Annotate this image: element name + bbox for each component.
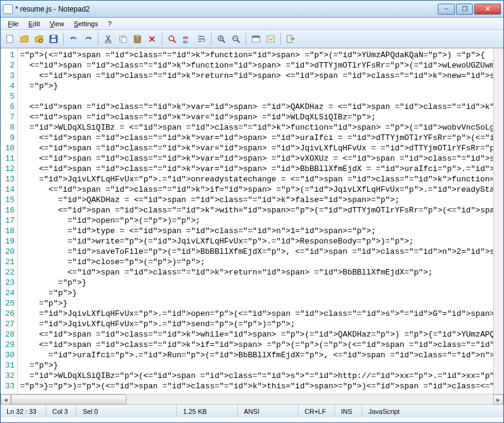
code-line[interactable]: ="id">QAKDHaz = <="id">span ="id">class=…: [20, 195, 493, 205]
status-position: Ln 32 : 33: [1, 405, 46, 418]
close-button[interactable]: ✕: [474, 4, 501, 15]
menubar: File Edit View Settings ?: [1, 18, 503, 30]
separator: [162, 33, 162, 45]
menu-settings[interactable]: Settings: [69, 19, 103, 29]
exit-icon[interactable]: [284, 32, 297, 46]
separator: [63, 33, 64, 45]
minimize-button[interactable]: –: [438, 4, 455, 15]
svg-rect-4: [51, 39, 56, 42]
scroll-left-button[interactable]: ◄: [1, 394, 11, 405]
code-line[interactable]: ="p">}: [20, 360, 493, 371]
zoomout-icon[interactable]: [229, 32, 243, 46]
status-eol: CR+LF: [299, 405, 335, 418]
separator: [211, 33, 212, 45]
scheme-icon[interactable]: [249, 32, 263, 46]
code-line[interactable]: [20, 91, 493, 102]
status-language: JavaScript: [362, 405, 406, 418]
copy-icon[interactable]: [116, 32, 129, 46]
svg-point-11: [169, 36, 174, 41]
code-line[interactable]: ="id">uraIfci="p">.="id">Run="p">(="id">…: [20, 350, 493, 360]
code-line[interactable]: ="p">}: [20, 81, 493, 91]
statusbar: Ln 32 : 33 Col 3 Sel 0 1.25 KB ANSI CR+L…: [1, 404, 503, 418]
svg-text:ab: ab: [183, 35, 188, 40]
new-icon[interactable]: [3, 32, 16, 46]
code-line[interactable]: <="id">span ="id">class="="id">k">if="id…: [20, 184, 493, 195]
code-line[interactable]: <="id">span ="id">class="="id">k">while=…: [20, 329, 493, 340]
code-line[interactable]: ="p">}: [20, 288, 493, 298]
code-line[interactable]: ="p">(<="id">span ="id">class="="id">k">…: [20, 50, 493, 60]
replace-icon[interactable]: abac: [180, 32, 193, 46]
toolbar: abac: [1, 30, 503, 48]
code-line[interactable]: <="id">span ="id">class="="id">k">var="i…: [20, 143, 493, 153]
separator: [280, 33, 281, 45]
titlebar[interactable]: * resume.js - Notepad2 – ❐ ✕: [1, 1, 503, 18]
redo-icon[interactable]: [81, 32, 95, 46]
code-line[interactable]: ="id">close="p">(="p">)="p">;: [20, 257, 493, 267]
status-size: 1.25 KB: [177, 405, 238, 418]
separator: [246, 33, 246, 45]
browse-icon[interactable]: [32, 32, 46, 46]
menu-help[interactable]: ?: [103, 19, 116, 29]
editor: 1234567891011121314151617181920212223242…: [1, 48, 503, 394]
zoomin-icon[interactable]: [215, 32, 228, 46]
vertical-scrollbar[interactable]: [493, 49, 503, 394]
code-line[interactable]: ="p">}: [20, 298, 493, 309]
code-line[interactable]: <="id">span ="id">class="="id">k">var="i…: [20, 112, 493, 122]
find-icon[interactable]: [165, 32, 179, 46]
wrap-icon[interactable]: [195, 32, 208, 46]
separator: [98, 33, 98, 45]
code-area[interactable]: ="p">(<="id">span ="id">class="="id">k">…: [18, 49, 493, 394]
code-line[interactable]: ="id">open="p">(="p">)="p">;: [20, 215, 493, 226]
code-line[interactable]: <="id">span ="id">class="="id">k">var="i…: [20, 133, 493, 143]
code-line[interactable]: <="id">span ="id">class="="id">k">functi…: [20, 60, 493, 71]
status-selection: Sel 0: [77, 405, 177, 418]
svg-text:ac: ac: [183, 40, 188, 44]
horizontal-scrollbar[interactable]: ◄ ►: [1, 394, 503, 404]
delete-icon[interactable]: [145, 32, 159, 46]
code-line[interactable]: <="id">span ="id">class="="id">k">var="i…: [20, 164, 493, 174]
code-line[interactable]: ="id">write="p">(="id">JqivLXfLqHFvUx="p…: [20, 236, 493, 246]
code-line[interactable]: ="p">}="p">)="p">(<="id">span ="id">clas…: [20, 381, 493, 391]
line-number-gutter: 1234567891011121314151617181920212223242…: [1, 49, 18, 394]
status-encoding: ANSI: [238, 405, 299, 418]
open-icon[interactable]: [18, 32, 31, 46]
code-line[interactable]: <="id">span ="id">class="="id">k">return…: [20, 71, 493, 81]
app-icon: [3, 4, 13, 14]
code-line[interactable]: <="id">span ="id">class="="id">k">var="i…: [20, 153, 493, 164]
window-buttons: – ❐ ✕: [438, 4, 501, 15]
cut-icon[interactable]: [102, 32, 115, 46]
svg-rect-10: [136, 35, 139, 37]
status-mode: INS: [335, 405, 362, 418]
code-line[interactable]: ="id">WLDqXLSiQIBz = <="id">span ="id">c…: [20, 122, 493, 133]
code-line[interactable]: <="id">span ="id">class="="id">k">with="…: [20, 205, 493, 215]
svg-rect-8: [122, 37, 126, 43]
code-line[interactable]: ="id">JqivLXfLqHFvUx="p">.="id">onreadys…: [20, 174, 493, 184]
maximize-button[interactable]: ❐: [456, 4, 473, 15]
menu-edit[interactable]: Edit: [24, 19, 45, 29]
code-line[interactable]: ="id">WLDqXLSiQIBz="p">(<="id">span ="id…: [20, 371, 493, 381]
window-title: * resume.js - Notepad2: [15, 5, 438, 13]
svg-rect-3: [52, 35, 55, 38]
code-line[interactable]: <="id">span ="id">class="="id">k">if="id…: [20, 340, 493, 350]
svg-rect-18: [267, 36, 274, 42]
menu-file[interactable]: File: [3, 19, 24, 29]
paste-icon[interactable]: [131, 32, 144, 46]
code-line[interactable]: <="id">span ="id">class="="id">k">var="i…: [20, 102, 493, 112]
code-line[interactable]: ="id">JqivLXfLqHFvUx="p">.="id">open="p"…: [20, 309, 493, 319]
menu-view[interactable]: View: [45, 19, 69, 29]
save-icon[interactable]: [47, 32, 60, 46]
code-line[interactable]: ="p">}: [20, 278, 493, 288]
custom-icon[interactable]: [264, 32, 277, 46]
code-line[interactable]: <="id">span ="id">class="="id">k">return…: [20, 267, 493, 278]
svg-rect-17: [252, 36, 260, 38]
undo-icon[interactable]: [67, 32, 80, 46]
code-line[interactable]: ="id">JqivLXfLqHFvUx="p">.="id">send="p"…: [20, 319, 493, 329]
status-column: Col 3: [46, 405, 77, 418]
scroll-right-button[interactable]: ►: [493, 394, 503, 405]
code-line[interactable]: ="id">type = <="id">span ="id">class="="…: [20, 226, 493, 236]
scroll-thumb[interactable]: [11, 394, 126, 405]
code-line[interactable]: ="id">saveToFile="p">(="id">BbBBllXfmEjd…: [20, 246, 493, 257]
